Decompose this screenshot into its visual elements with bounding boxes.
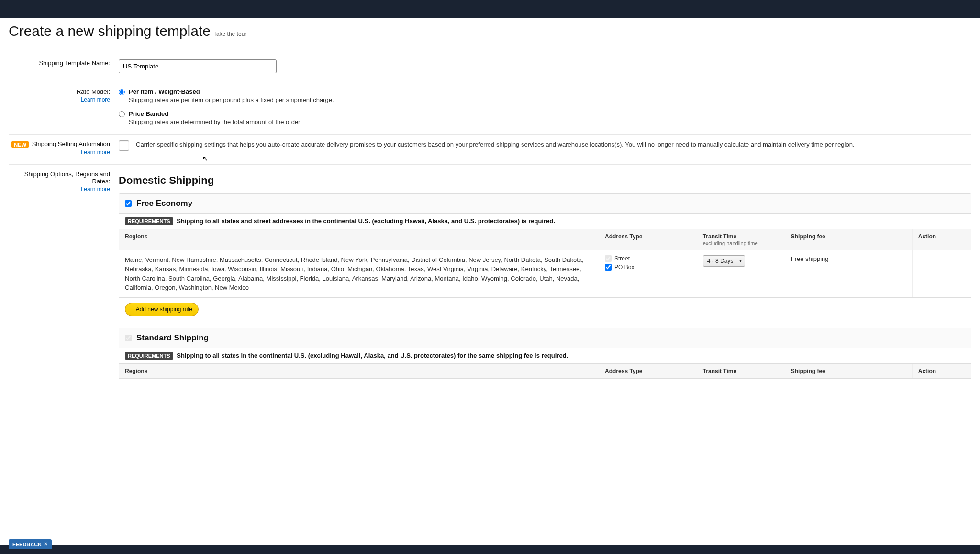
table-standard: Regions Address Type Transit Time Shippi…	[119, 364, 971, 379]
label-pobox: PO Box	[614, 264, 634, 271]
requirements-badge-icon: REQUIREMENTS	[125, 217, 173, 225]
section-template-name: Shipping Template Name:	[9, 54, 971, 82]
regions-list: Maine, Vermont, New Hampshire, Massachus…	[125, 255, 593, 293]
addr-pobox-row: PO Box	[605, 264, 691, 271]
checkbox-street	[605, 255, 612, 262]
add-rule-button[interactable]: + Add new shipping rule	[125, 303, 199, 316]
page-container: Create a new shipping template Take the …	[0, 18, 980, 414]
th-regions: Regions	[119, 229, 599, 250]
checkbox-standard	[125, 335, 132, 341]
radio-price-banded-desc: Shipping rates are determined by the tot…	[129, 118, 301, 125]
requirements-free-economy: REQUIREMENTS Shipping to all states and …	[119, 214, 971, 229]
cell-regions: Maine, Vermont, New Hampshire, Massachus…	[119, 250, 599, 297]
label-text: Shipping Setting Automation	[32, 140, 110, 147]
section-rate-model: Rate Model: Learn more Per Item / Weight…	[9, 82, 971, 135]
radio-price-banded[interactable]	[119, 111, 125, 117]
th-shipping-fee: Shipping fee	[785, 364, 912, 379]
title-standard: Standard Shipping	[136, 333, 209, 343]
page-title-row: Create a new shipping template Take the …	[9, 23, 971, 39]
label-rate-model: Rate Model: Learn more	[9, 88, 119, 125]
template-name-input[interactable]	[119, 59, 277, 73]
requirements-text: Shipping to all states and street addres…	[177, 217, 555, 225]
th-shipping-fee: Shipping fee	[785, 229, 912, 250]
panel-standard-shipping: Standard Shipping REQUIREMENTS Shipping …	[119, 328, 971, 379]
th-action: Action	[912, 364, 971, 379]
radio-per-item-row: Per Item / Weight-Based Shipping rates a…	[119, 88, 971, 103]
radio-per-item-desc: Shipping rates are per item or per pound…	[129, 96, 334, 103]
checkbox-free-economy[interactable]	[125, 200, 132, 207]
page-title: Create a new shipping template	[9, 23, 211, 39]
radio-per-item[interactable]	[119, 89, 125, 95]
top-nav-bar	[0, 0, 980, 18]
th-transit-sub: excluding handling time	[703, 240, 779, 246]
table-free-economy: Regions Address Type Transit Time exclud…	[119, 229, 971, 298]
transit-time-select[interactable]: 4 - 8 Days ▾	[703, 255, 746, 267]
panel-free-economy: Free Economy REQUIREMENTS Shipping to al…	[119, 193, 971, 321]
domestic-shipping-heading: Domestic Shipping	[119, 174, 971, 187]
chevron-down-icon: ▾	[739, 258, 742, 263]
panel-header-standard: Standard Shipping	[119, 328, 971, 348]
addr-street-row: Street	[605, 255, 691, 262]
learn-more-automation[interactable]: Learn more	[9, 149, 110, 156]
cursor-icon: ↖	[202, 155, 208, 162]
content-template-name	[119, 59, 971, 73]
shipping-fee-value: Free shipping	[791, 255, 829, 262]
radio-per-item-label: Per Item / Weight-Based	[129, 88, 334, 95]
take-tour-link[interactable]: Take the tour	[213, 31, 246, 37]
th-address-type: Address Type	[599, 229, 697, 250]
th-address-type: Address Type	[599, 364, 697, 379]
label-street: Street	[614, 255, 630, 262]
cell-transit-time: 4 - 8 Days ▾	[697, 250, 785, 297]
panel-header-free-economy: Free Economy	[119, 194, 971, 214]
panel-footer-free-economy: + Add new shipping rule	[119, 298, 971, 321]
label-text: Shipping Options, Regions and Rates:	[24, 170, 110, 185]
th-regions: Regions	[119, 364, 599, 379]
transit-time-value: 4 - 8 Days	[707, 258, 734, 264]
cell-shipping-fee: Free shipping	[785, 250, 912, 297]
label-automation: NEW Shipping Setting Automation Learn mo…	[9, 140, 119, 156]
th-action: Action	[912, 229, 971, 250]
section-automation: NEW Shipping Setting Automation Learn mo…	[9, 135, 971, 165]
new-badge: NEW	[11, 141, 29, 148]
th-transit-label: Transit Time	[703, 233, 736, 240]
section-shipping-options: Shipping Options, Regions and Rates: Lea…	[9, 165, 971, 395]
th-transit-time: Transit Time excluding handling time	[697, 229, 785, 250]
radio-price-banded-label: Price Banded	[129, 110, 301, 117]
label-text: Rate Model:	[77, 88, 110, 95]
label-template-name: Shipping Template Name:	[9, 59, 119, 73]
table-row: Maine, Vermont, New Hampshire, Massachus…	[119, 250, 971, 297]
automation-toggle-checkbox[interactable]	[119, 140, 129, 151]
label-text: Shipping Template Name:	[39, 59, 110, 67]
th-transit-time: Transit Time	[697, 364, 785, 379]
cell-action	[912, 250, 971, 297]
checkbox-pobox[interactable]	[605, 264, 612, 271]
requirements-text: Shipping to all states in the continenta…	[177, 352, 568, 359]
learn-more-shipping-options[interactable]: Learn more	[9, 186, 110, 192]
table-header-row: Regions Address Type Transit Time exclud…	[119, 229, 971, 250]
title-free-economy: Free Economy	[136, 199, 192, 208]
automation-description: Carrier-specific shipping settings that …	[136, 140, 855, 149]
content-rate-model: Per Item / Weight-Based Shipping rates a…	[119, 88, 971, 125]
content-shipping-options: Domestic Shipping Free Economy REQUIREME…	[119, 170, 971, 386]
table-header-row: Regions Address Type Transit Time Shippi…	[119, 364, 971, 379]
cell-address-type: Street PO Box	[599, 250, 697, 297]
requirements-standard: REQUIREMENTS Shipping to all states in t…	[119, 348, 971, 364]
requirements-badge-icon: REQUIREMENTS	[125, 352, 173, 360]
label-shipping-options: Shipping Options, Regions and Rates: Lea…	[9, 170, 119, 386]
radio-price-banded-row: Price Banded Shipping rates are determin…	[119, 110, 971, 125]
learn-more-rate-model[interactable]: Learn more	[9, 96, 110, 103]
content-automation: Carrier-specific shipping settings that …	[119, 140, 971, 156]
